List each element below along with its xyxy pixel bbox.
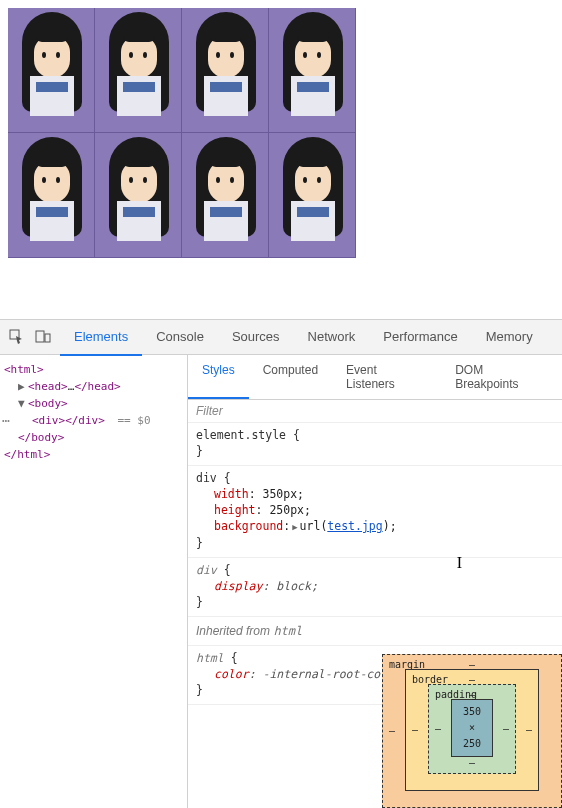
device-toggle-icon[interactable]	[34, 329, 52, 345]
dom-html-open[interactable]: <html>	[4, 363, 44, 376]
bg-tile	[8, 133, 95, 258]
tab-console[interactable]: Console	[142, 319, 218, 356]
bm-border-left[interactable]: –	[412, 722, 418, 738]
bg-tile	[95, 8, 182, 133]
main-tabs: Elements Console Sources Network Perform…	[60, 319, 547, 356]
rule-div-ua[interactable]: div { display: block; } I	[188, 558, 562, 617]
ellipsis-icon[interactable]: ⋯	[2, 412, 10, 429]
rule-selector: html	[196, 651, 224, 665]
url-link[interactable]: test.jpg	[327, 519, 382, 533]
bg-tile	[269, 133, 356, 258]
bm-padding-right[interactable]: –	[503, 721, 509, 737]
expand-shorthand-icon[interactable]: ▶	[290, 519, 299, 535]
styles-subtabs: Styles Computed Event Listeners DOM Brea…	[188, 355, 562, 400]
bg-tile	[182, 8, 269, 133]
bm-margin-left[interactable]: –	[389, 723, 395, 739]
bg-tile	[8, 8, 95, 133]
bg-tile	[95, 133, 182, 258]
rule-close: }	[196, 595, 203, 609]
bg-tile	[182, 133, 269, 258]
text-cursor-icon: I	[457, 555, 462, 571]
dom-head-close[interactable]: </head>	[74, 380, 120, 393]
css-prop[interactable]: height	[214, 503, 256, 517]
css-prop[interactable]: display	[214, 579, 262, 593]
svg-rect-2	[45, 334, 50, 342]
dom-body-open[interactable]: <body>	[28, 397, 68, 410]
rule-close: }	[196, 444, 203, 458]
bm-padding-bottom[interactable]: –	[469, 755, 475, 771]
bg-tile	[269, 8, 356, 133]
tab-network[interactable]: Network	[294, 319, 370, 356]
css-prop[interactable]: width	[214, 487, 249, 501]
bm-padding-left[interactable]: –	[435, 721, 441, 737]
tab-performance[interactable]: Performance	[369, 319, 471, 356]
css-val[interactable]: url(test.jpg)	[300, 519, 390, 533]
subtab-dom-breakpoints[interactable]: DOM Breakpoints	[441, 355, 562, 399]
devtools-panels: <html> ▶<head>…</head> ▼<body> ⋯ <div></…	[0, 355, 562, 808]
styles-panel: Styles Computed Event Listeners DOM Brea…	[188, 355, 562, 808]
dom-tree[interactable]: <html> ▶<head>…</head> ▼<body> ⋯ <div></…	[0, 355, 188, 808]
dom-body-close[interactable]: </body>	[18, 431, 64, 444]
style-rules: element.style { } div { width: 350px; he…	[188, 423, 562, 808]
devtools-toolbar: Elements Console Sources Network Perform…	[0, 319, 562, 355]
tab-sources[interactable]: Sources	[218, 319, 294, 356]
inherited-from[interactable]: html	[273, 624, 302, 638]
rule-element-style[interactable]: element.style { }	[188, 423, 562, 466]
css-prop[interactable]: color	[214, 667, 249, 681]
dom-div-close[interactable]: </div>	[65, 414, 105, 427]
subtab-styles[interactable]: Styles	[188, 355, 249, 399]
dom-html-close[interactable]: </html>	[4, 448, 50, 461]
subtab-computed[interactable]: Computed	[249, 355, 332, 399]
selected-marker: == $0	[105, 414, 151, 427]
box-model-padding[interactable]: padding – – – 350 × 250 –	[428, 684, 516, 774]
twisty-icon[interactable]: ▼	[18, 395, 28, 412]
css-val[interactable]: 250px	[269, 503, 304, 517]
page-viewport	[0, 0, 562, 319]
css-prop[interactable]: background	[214, 519, 283, 533]
rendered-element	[8, 8, 358, 258]
rule-div-author[interactable]: div { width: 350px; height: 250px; backg…	[188, 466, 562, 558]
inherited-label: Inherited from html	[188, 617, 562, 646]
rule-close: }	[196, 683, 203, 697]
twisty-icon[interactable]: ▶	[18, 378, 28, 395]
dom-head-open[interactable]: <head>	[28, 380, 68, 393]
box-model-content[interactable]: 350 × 250	[451, 699, 493, 757]
rule-close: }	[196, 536, 203, 550]
rule-selector: element.style	[196, 428, 286, 442]
rule-selector: div	[196, 563, 217, 577]
inspect-icon[interactable]	[8, 329, 26, 345]
box-model[interactable]: margin – – border – – padding – – – 350 …	[374, 646, 562, 808]
box-model-border[interactable]: border – – padding – – – 350 × 250 – –	[405, 669, 539, 791]
bm-border-right[interactable]: –	[526, 722, 532, 738]
tab-memory[interactable]: Memory	[472, 319, 547, 356]
rule-selector: div	[196, 471, 217, 485]
filter-input[interactable]: Filter	[188, 400, 562, 423]
svg-rect-1	[36, 331, 44, 342]
tab-elements[interactable]: Elements	[60, 319, 142, 356]
bm-padding-top[interactable]: –	[469, 687, 475, 703]
box-model-margin[interactable]: margin – – border – – padding – – – 350 …	[382, 654, 562, 808]
subtab-event-listeners[interactable]: Event Listeners	[332, 355, 441, 399]
dom-div-open[interactable]: <div>	[32, 414, 65, 427]
css-val[interactable]: block	[276, 579, 311, 593]
css-val[interactable]: 350px	[262, 487, 297, 501]
